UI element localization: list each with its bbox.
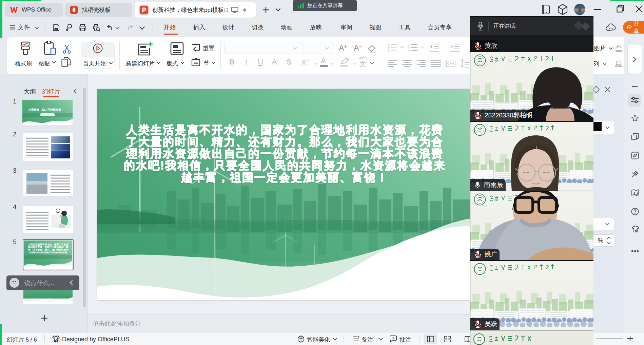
svg-text:3: 3	[408, 50, 410, 52]
svg-text:1: 1	[408, 43, 410, 46]
